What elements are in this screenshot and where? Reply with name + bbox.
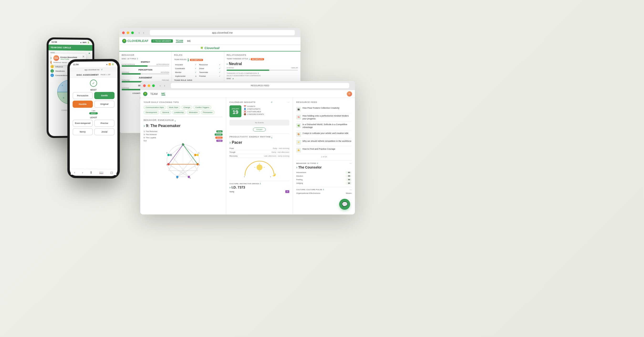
svg-text:⬆: ⬆: [244, 176, 245, 178]
judgement-label: JUDGEMENT: [122, 76, 169, 79]
btn-gentle[interactable]: Gentle: [94, 92, 114, 99]
browser1-team-nav: TEAM ME: [176, 39, 191, 43]
maximize-dot[interactable]: [131, 31, 134, 34]
team-member-badge: + TEAM MEMBER: [151, 39, 173, 43]
today-button[interactable]: TODAY: [253, 127, 266, 132]
btn-precise[interactable]: Precise: [94, 120, 114, 127]
chip-change[interactable]: Change: [181, 105, 192, 109]
i-am-label: I am: [70, 110, 117, 112]
pacer-title: › Pacer: [230, 140, 289, 145]
btn-jovial[interactable]: Jovial: [94, 128, 114, 135]
resource-pagination: 1 of 19: [296, 156, 352, 158]
svg-text:9: 9: [182, 143, 183, 145]
phone1-time: 11:54: [52, 41, 57, 43]
chip-workstyle[interactable]: Work Style: [167, 105, 180, 109]
chat-bubble-btn[interactable]: 💬: [339, 199, 350, 210]
phone1-disc-icon: ▲: [88, 52, 91, 54]
phone1-status-bar: 11:54 ▲WiFi🔋: [49, 39, 92, 45]
btn-nervy[interactable]: Nervy: [72, 128, 93, 135]
stat-snoozed: 🔕 0 SNOOZED EVENTS: [244, 113, 264, 115]
resource-feed-title: RESOURCE FEED: [296, 101, 352, 103]
verify-row: Verify 7: [230, 190, 289, 193]
btn-original[interactable]: Original: [94, 101, 114, 108]
browser1-nav: ‹ ›: [138, 30, 145, 35]
popup-avatar: KM: [54, 55, 59, 61]
b2-nav-team[interactable]: TEAM: [150, 92, 158, 95]
browser2-team-nav: TEAM ME: [150, 92, 165, 96]
b2-nav-me[interactable]: ME: [162, 92, 166, 96]
share-btn[interactable]: ⬆: [90, 171, 92, 174]
participants-icon: 👤: [244, 108, 246, 110]
btn-humble[interactable]: Humble: [72, 101, 93, 108]
nav-me[interactable]: ME: [187, 39, 191, 42]
calendar-widget: JANUARY 19 📅 0 EVENTS 👤 0 PARTICIPANTS: [230, 105, 289, 117]
resource-text-4[interactable]: 3 ways to cultivate your artistic and cr…: [302, 132, 348, 135]
snoozed-icon: 🔕: [244, 113, 246, 115]
b2-user-avatar: U: [347, 91, 352, 96]
enneagram-rows: 1: The Reformer Wing 3: The Achiever Gro…: [144, 130, 222, 142]
calendar-title: CALENDAR INSIGHTS: [230, 101, 256, 103]
b2-maximize-dot[interactable]: [152, 84, 155, 87]
book-btn[interactable]: 📖: [99, 171, 103, 174]
conscientiousness-icon: C: [50, 74, 54, 77]
resource-thumb-5: ⚡: [296, 140, 301, 145]
b2-back-arrow[interactable]: ‹: [158, 83, 162, 88]
chip-communication[interactable]: Communication Style: [144, 105, 166, 109]
app-name: CLOVERLEAF: [127, 39, 148, 43]
energy-rhythm-section: PRODUCTIVITY: ENERGY RHYTHM ℹ › Pacer Pe…: [230, 133, 289, 179]
roles-title: ROLES: [174, 54, 222, 56]
similar-label: SIMILAR: [291, 67, 298, 69]
b2-close-dot[interactable]: [143, 84, 146, 87]
chip-conflict[interactable]: Conflict Triggers: [193, 105, 211, 109]
chip-motivation[interactable]: Motivation: [187, 110, 200, 114]
calendar-more-icon[interactable]: ···: [288, 101, 289, 103]
browser1-url: app.cloverleaf.me: [212, 31, 233, 34]
relationships-title: RELATIONSHIPS: [226, 54, 298, 56]
resource-thumb-2: 🧠: [296, 115, 301, 119]
thinking-style-fill: [226, 70, 269, 71]
resource-text-5[interactable]: Why we should rethink competition in the…: [302, 140, 351, 143]
calendar-sync-icon[interactable]: ↺: [271, 101, 272, 103]
b2-minimize-dot[interactable]: [148, 84, 150, 87]
b2-forward-arrow[interactable]: ›: [163, 83, 166, 88]
btn-persuasive[interactable]: Persuasive: [72, 92, 93, 99]
resource-text-3[interactable]: In a Distracted World, Solitude is a Com…: [302, 123, 352, 129]
counselor-section-title: BEHAVIOR: 16 TYPES: [296, 162, 316, 164]
forward-arrow[interactable]: ›: [142, 30, 145, 35]
phone2-bottom-nav: ‹ › ⬆ 📖 ⊡: [70, 169, 116, 175]
browser1-address[interactable]: app.cloverleaf.me: [150, 30, 295, 35]
back-btn[interactable]: ‹: [74, 170, 75, 174]
close-dot[interactable]: [122, 31, 125, 34]
svg-point-17: [194, 154, 196, 156]
btn-eventempered[interactable]: Even-tempered: [72, 120, 93, 127]
calendar-date-widget: JANUARY 19: [230, 105, 242, 117]
resource-thumb-6: 💪: [296, 148, 301, 153]
svg-point-28: [256, 164, 262, 170]
browser2-address[interactable]: RESOURCE FEED: [171, 83, 349, 88]
phone1-section: TEAM DISC CIRCLE: [50, 46, 71, 49]
no-events: No Events: [230, 120, 289, 126]
not-available-count: 0 NOT AVAILABLE: [247, 111, 261, 112]
forward-btn[interactable]: ›: [82, 171, 83, 174]
back-arrow[interactable]: ‹: [138, 30, 141, 35]
resource-text-6[interactable]: How to Find and Practice Courage: [302, 148, 335, 151]
neutral-value: › Neutral: [226, 62, 298, 66]
nav-team[interactable]: TEAM: [176, 39, 183, 43]
thinking-incomplete-badge: INCOMPLETE: [251, 58, 264, 60]
score-feeling: Feeling 50: [296, 178, 352, 181]
minimize-dot[interactable]: [127, 31, 129, 34]
stat-participants: 👤 0 PARTICIPANTS: [244, 108, 264, 110]
popup-close-btn[interactable]: ✕: [82, 55, 85, 58]
chip-persuasion[interactable]: Persuasion: [201, 110, 215, 114]
resource-text-2[interactable]: How holding onto a perfectionist mindset…: [302, 115, 352, 120]
chip-leadership[interactable]: Leadership: [172, 110, 186, 114]
phone2-icons: ▲📶🔋: [106, 63, 114, 65]
chip-general[interactable]: General: [160, 110, 171, 114]
copy-btn[interactable]: ⊡: [110, 171, 113, 175]
cal-day: 19: [232, 110, 238, 115]
resource-text-1[interactable]: How Pixar Fosters Collective Creativity: [302, 107, 340, 110]
verify-label: Verify: [230, 191, 234, 193]
chip-development[interactable]: Development: [144, 110, 159, 114]
browser1-chrome: ‹ › app.cloverleaf.me: [119, 28, 300, 37]
comparison-row: THINKING STYLES COMPARISON ℹ: [226, 72, 298, 74]
